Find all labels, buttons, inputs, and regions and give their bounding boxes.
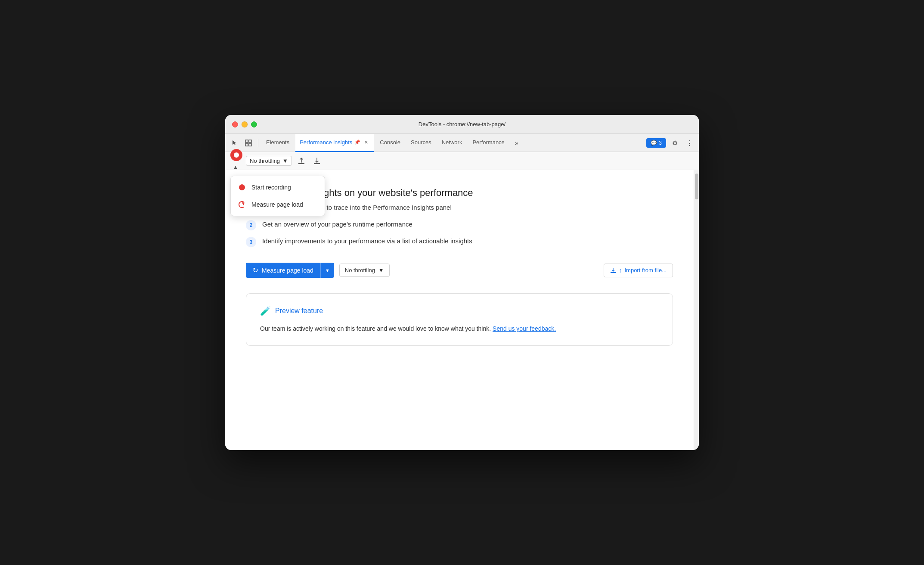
step-number-3: 3 — [246, 237, 256, 247]
more-options-btn[interactable]: ⋮ — [683, 137, 695, 149]
preview-feature-label: Preview feature — [275, 307, 323, 315]
preview-feature-card: 🧪 Preview feature Our team is actively w… — [246, 293, 673, 346]
step-text-2: Get an overview of your page's runtime p… — [262, 220, 412, 230]
import-icon: ↑ — [619, 267, 622, 274]
tab-console[interactable]: Console — [375, 134, 405, 152]
title-bar: DevTools - chrome://new-tab-page/ — [225, 115, 699, 134]
window-title: DevTools - chrome://new-tab-page/ — [419, 121, 505, 127]
chat-icon: 💬 — [651, 140, 657, 146]
measure-refresh-icon: ↺ — [253, 266, 258, 274]
feedback-btn[interactable]: 💬 3 — [646, 138, 666, 148]
preview-feature-header: 🧪 Preview feature — [260, 306, 659, 316]
close-button[interactable] — [232, 121, 238, 127]
tab-close-btn[interactable]: ✕ — [363, 139, 369, 146]
measure-dropdown-btn[interactable]: ▼ — [320, 263, 334, 278]
tabs-bar-right: 💬 3 ⚙ ⋮ — [646, 137, 695, 149]
measure-page-load-btn[interactable]: ↺ Measure page load — [246, 263, 320, 278]
tabs-bar: Elements Performance insights 📌 ✕ Consol… — [225, 134, 699, 152]
pin-icon: 📌 — [354, 140, 360, 145]
preview-feature-text: Our team is actively working on this fea… — [260, 324, 659, 333]
measure-chevron-icon: ▼ — [325, 268, 330, 273]
minimize-button[interactable] — [242, 121, 248, 127]
toolbar-throttle-select[interactable]: No throttling ▼ — [246, 156, 292, 166]
feedback-link[interactable]: Send us your feedback. — [493, 325, 556, 332]
svg-rect-2 — [245, 143, 248, 146]
cursor-icon-btn[interactable] — [229, 137, 241, 149]
more-icon: ⋮ — [686, 139, 693, 147]
tab-sources[interactable]: Sources — [406, 134, 436, 152]
export-btn[interactable] — [295, 155, 307, 167]
settings-btn[interactable]: ⚙ — [669, 137, 681, 149]
svg-rect-0 — [245, 140, 248, 143]
main-throttle-select[interactable]: No throttling ▼ — [339, 264, 390, 277]
step-item-2: 2 Get an overview of your page's runtime… — [246, 220, 673, 230]
steps-list: 2 Get an overview of your page's runtime… — [246, 220, 673, 247]
tab-separator — [258, 139, 258, 147]
tab-performance[interactable]: Performance — [468, 134, 509, 152]
tab-elements[interactable]: Elements — [262, 134, 294, 152]
flask-icon: 🧪 — [260, 306, 271, 316]
inspector-icon-btn[interactable] — [242, 137, 254, 149]
action-row: ↺ Measure page load ▼ No throttling ▼ — [246, 263, 673, 278]
settings-icon: ⚙ — [672, 139, 678, 147]
tab-network[interactable]: Network — [437, 134, 467, 152]
record-dropdown-container: ▲ Start recording Measure page load — [230, 149, 242, 173]
tab-performance-insights[interactable]: Performance insights 📌 ✕ — [295, 134, 374, 152]
more-tabs-btn[interactable]: » — [511, 137, 523, 149]
start-recording-item[interactable]: Start recording — [231, 179, 325, 196]
record-button[interactable] — [230, 149, 242, 161]
throttle-arrow-icon: ▼ — [282, 158, 288, 164]
refresh-icon — [238, 200, 246, 209]
measure-page-load-item[interactable]: Measure page load — [231, 196, 325, 213]
toolbar: ▲ Start recording Measure page load — [225, 152, 699, 170]
import-btn[interactable] — [311, 155, 323, 167]
scrollbar-track[interactable] — [694, 170, 699, 450]
record-dropdown-menu: Start recording Measure page load — [230, 176, 325, 216]
maximize-button[interactable] — [251, 121, 257, 127]
main-throttle-arrow: ▼ — [378, 267, 384, 273]
step-text-3: Identify improvements to your performanc… — [262, 236, 472, 246]
step-item-3: 3 Identify improvements to your performa… — [246, 236, 673, 247]
scrollbar-thumb[interactable] — [695, 174, 698, 199]
record-icon — [238, 183, 246, 192]
import-from-file-btn[interactable]: ↑ Import from file... — [604, 264, 673, 277]
svg-rect-1 — [249, 140, 251, 143]
step-number-2: 2 — [246, 220, 256, 230]
record-dot — [234, 152, 239, 158]
svg-rect-3 — [249, 143, 251, 146]
measure-btn-group: ↺ Measure page load ▼ — [246, 263, 334, 278]
traffic-lights — [232, 121, 257, 127]
